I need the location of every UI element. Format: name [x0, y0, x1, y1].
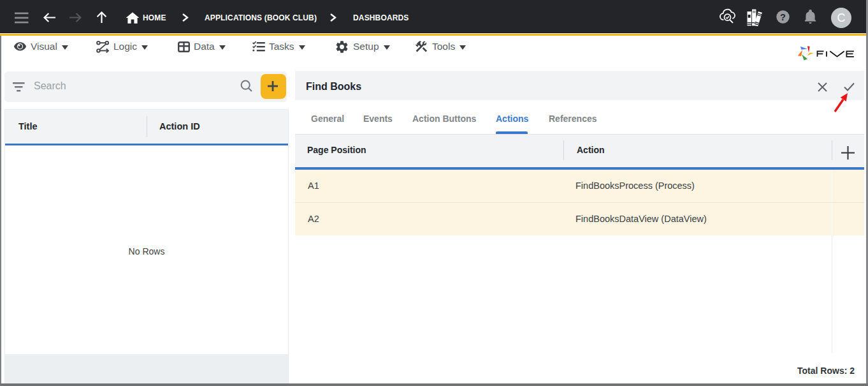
svg-text:?: ?	[780, 12, 786, 22]
